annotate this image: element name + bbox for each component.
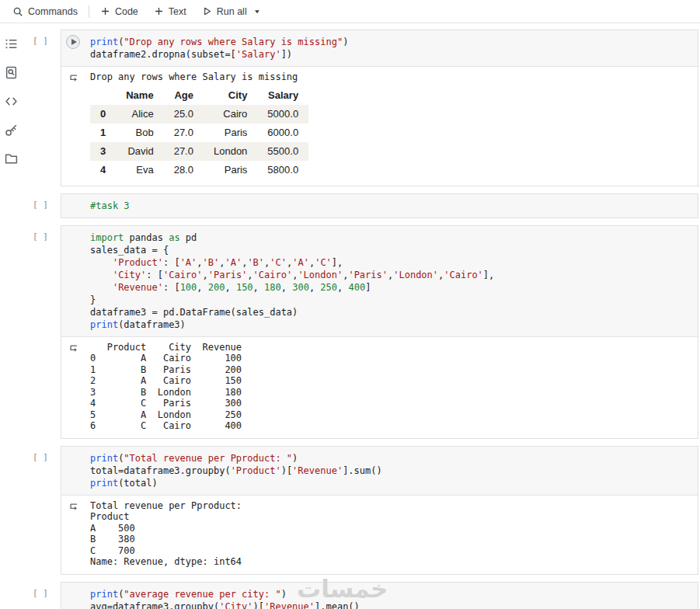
df-header-index (90, 86, 116, 105)
play-icon (71, 39, 77, 45)
code-line: } (90, 294, 691, 306)
notebook-scroll-area[interactable]: [ ] print("Drop any rows where Salary is… (22, 23, 700, 609)
find-replace-icon[interactable] (5, 66, 18, 79)
code-line: print(dataframe3) (90, 318, 691, 331)
code-cell-1: [ ] print("Drop any rows where Salary is… (22, 30, 700, 186)
stdout-text: Product City Revenue 0 A Cairo 100 1 B P… (90, 342, 691, 432)
dataframe-table: Name Age City Salary 0 Alice 25.0 (90, 86, 308, 179)
cell-1-run-button[interactable] (66, 35, 80, 49)
df-header-name: Name (116, 86, 163, 105)
table-of-contents-icon[interactable] (5, 37, 18, 50)
code-line: print("Drop any rows where Salary is mis… (90, 36, 691, 48)
df-header-city: City (204, 86, 257, 105)
cell-1-execution-marker[interactable]: [ ] (22, 30, 61, 186)
search-icon (12, 6, 23, 17)
cell-5-editor[interactable]: print("average revenue per city: ")avg=d… (61, 583, 698, 609)
add-text-button[interactable]: Text (146, 0, 194, 23)
table-row: 0 Alice 25.0 Cairo 5000.0 (90, 105, 308, 124)
code-line: sales_data = { (90, 244, 691, 256)
add-code-button[interactable]: Code (92, 0, 146, 23)
df-index-cell: 3 (90, 142, 116, 161)
stdout-text: Total revenue per Pproduct: Product A 50… (90, 500, 691, 568)
df-index-cell: 0 (90, 105, 116, 124)
code-line: #task 3 (90, 200, 691, 212)
df-cell: London (204, 142, 257, 161)
commands-label: Commands (28, 6, 78, 17)
code-line: print("Total revenue per Pproduct: ") (90, 452, 691, 465)
cell-5-frame: print("average revenue per city: ")avg=d… (61, 582, 698, 609)
code-line: 'Revenue': [100, 200, 150, 180, 300, 250… (90, 281, 691, 294)
secrets-key-icon[interactable] (5, 124, 18, 137)
df-index-cell: 4 (90, 161, 116, 179)
df-cell: Eva (116, 161, 163, 179)
code-cell-3: [ ] import pandas as pdsales_data = { 'P… (22, 225, 700, 439)
cell-4-frame: print("Total revenue per Pproduct: ")tot… (61, 446, 698, 575)
df-cell: 5000.0 (257, 105, 308, 124)
df-header-salary: Salary (257, 86, 308, 105)
cell-2-execution-marker[interactable]: [ ] (22, 193, 61, 218)
code-cell-2: [ ] #task 3 (22, 193, 700, 218)
df-cell: 5800.0 (257, 161, 308, 179)
cell-output-icon (68, 73, 79, 87)
df-cell: Paris (204, 124, 257, 142)
plus-icon (100, 6, 110, 16)
table-row: 3 David 27.0 London 5500.0 (90, 142, 308, 161)
run-all-label: Run all (217, 6, 247, 17)
cell-3-execution-marker[interactable]: [ ] (22, 225, 61, 439)
cell-4-execution-marker[interactable]: [ ] (22, 446, 61, 575)
cell-4-editor[interactable]: print("Total revenue per Pproduct: ")tot… (61, 447, 698, 495)
commands-button[interactable]: Commands (5, 0, 85, 23)
code-line: 'Product': ['A','B','A','B','C','A','C']… (90, 256, 691, 269)
code-line: total=dataframe3.groupby('Product')['Rev… (90, 465, 691, 477)
add-text-label: Text (169, 6, 186, 17)
dataframe-header-row: Name Age City Salary (90, 86, 308, 105)
df-cell: 25.0 (164, 105, 204, 124)
code-line: avg=dataframe3.groupby('City')['Revenue'… (90, 600, 691, 609)
df-cell: Alice (116, 105, 163, 124)
top-toolbar: Commands Code Text Run all (0, 0, 700, 23)
cell-output-icon (68, 343, 79, 357)
df-cell: 5500.0 (257, 142, 308, 161)
code-line: print("average revenue per city: ") (90, 588, 691, 600)
chevron-down-icon[interactable] (253, 8, 261, 16)
df-cell: 27.0 (164, 124, 204, 142)
files-folder-icon[interactable] (5, 152, 18, 165)
df-cell: Paris (204, 161, 257, 179)
df-cell: 28.0 (164, 161, 204, 179)
cell-5-execution-marker[interactable]: [ ] (22, 582, 61, 609)
df-cell: 27.0 (164, 142, 204, 161)
code-snippets-icon[interactable] (5, 95, 18, 108)
code-line: dataframe2.dropna(subset=['Salary']) (90, 48, 691, 61)
code-line: print(total) (90, 477, 691, 489)
add-code-label: Code (115, 6, 138, 17)
df-header-age: Age (164, 86, 204, 105)
left-sidebar (0, 23, 22, 609)
cell-1-frame: print("Drop any rows where Salary is mis… (61, 30, 698, 186)
cell-output-icon (68, 502, 79, 516)
df-cell: David (116, 142, 163, 161)
cell-3-editor[interactable]: import pandas as pdsales_data = { 'Produ… (61, 226, 698, 336)
df-cell: 6000.0 (257, 124, 308, 142)
stdout-text: Drop any rows where Salary is missing (90, 71, 691, 83)
play-outline-icon (202, 6, 212, 16)
code-cell-4: [ ] print("Total revenue per Pproduct: "… (22, 446, 700, 575)
toolbar-divider (89, 5, 89, 18)
cell-2-frame: #task 3 (61, 193, 698, 218)
code-line: import pandas as pd (90, 231, 691, 244)
cell-4-output: Total revenue per Pproduct: Product A 50… (61, 495, 698, 574)
df-index-cell: 1 (90, 124, 116, 142)
df-cell: Cairo (204, 105, 257, 124)
cell-3-output: Product City Revenue 0 A Cairo 100 1 B P… (61, 336, 698, 438)
code-line: dataframe3 = pd.DataFrame(sales_data) (90, 306, 691, 318)
cell-3-frame: import pandas as pdsales_data = { 'Produ… (61, 225, 698, 439)
table-row: 1 Bob 27.0 Paris 6000.0 (90, 124, 308, 142)
cell-1-editor[interactable]: print("Drop any rows where Salary is mis… (61, 30, 698, 66)
cell-2-editor[interactable]: #task 3 (61, 194, 698, 218)
code-line: 'City': ['Cairo','Paris','Cairo','London… (90, 269, 691, 281)
plus-icon (154, 6, 164, 16)
table-row: 4 Eva 28.0 Paris 5800.0 (90, 161, 308, 179)
code-cell-5: [ ] print("average revenue per city: ")a… (22, 582, 700, 609)
cell-1-output: Drop any rows where Salary is missing Na… (61, 66, 698, 186)
run-all-button[interactable]: Run all (194, 0, 269, 23)
df-cell: Bob (116, 124, 163, 142)
